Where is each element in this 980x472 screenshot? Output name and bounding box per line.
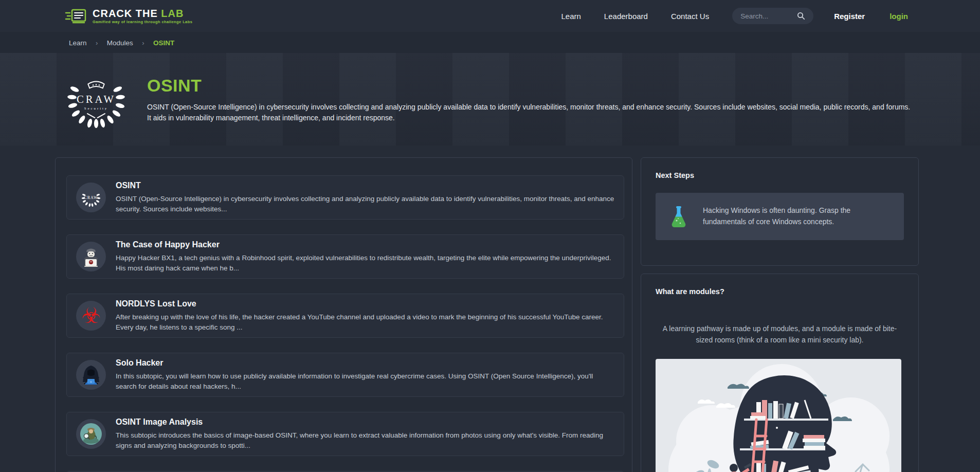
register-button[interactable]: Register [834, 12, 865, 21]
svg-text:Security: Security [84, 106, 108, 110]
module-card-text: OSINT Image Analysis This subtopic intro… [116, 417, 614, 450]
flask-icon [669, 205, 688, 228]
hero-text: OSINT OSINT (Open-Source Intelligence) i… [147, 76, 914, 123]
what-are-modules-panel: What are modules? A learning pathway is … [641, 274, 919, 472]
page-title: OSINT [147, 76, 914, 96]
module-card-text: Solo Hacker In this subtopic, you will l… [116, 358, 614, 391]
next-step-text: Hacking Windows is often daunting. Grasp… [703, 205, 891, 227]
module-title: OSINT [116, 181, 614, 190]
what-are-modules-body: A learning pathway is made up of modules… [656, 323, 904, 346]
breadcrumb-modules[interactable]: Modules [107, 39, 133, 47]
module-hero: CRAW Security OSINT OSINT (Open-Source I… [0, 53, 980, 146]
module-card-image-analysis[interactable]: OSINT Image Analysis This subtopic intro… [66, 412, 624, 456]
module-card-happy-hacker[interactable]: The Case of Happy Hacker Happy Hacker BX… [66, 234, 624, 279]
brand-logo[interactable]: CRACK THE LAB Gamified way of learning t… [65, 7, 192, 25]
search-input[interactable] [740, 12, 797, 20]
breadcrumb-learn[interactable]: Learn [69, 39, 87, 47]
biohazard-icon: ☣ [76, 301, 106, 331]
module-desc: This subtopic introduces the basics of i… [116, 430, 614, 450]
craw-security-badge-icon: CRAW Security [66, 69, 126, 130]
module-desc: In this subtopic, you will learn how to … [116, 371, 614, 391]
nav-link-learn[interactable]: Learn [561, 12, 580, 21]
module-title: The Case of Happy Hacker [116, 240, 614, 249]
nav-link-contact-us[interactable]: Contact Us [671, 12, 709, 21]
brand-tagline: Gamified way of learning through challen… [93, 20, 192, 24]
content-area: CRAW OSINT OSINT (Open-Source Intelligen… [55, 157, 980, 472]
brand-name: CRACK THE [93, 8, 158, 19]
svg-text:CRAW: CRAW [84, 195, 98, 200]
knowledge-head-illustration [656, 359, 901, 472]
nav-link-leaderboard[interactable]: Leaderboard [604, 12, 648, 21]
module-card-solo-hacker[interactable]: Solo Hacker In this subtopic, you will l… [66, 353, 624, 397]
brand-text: CRACK THE LAB Gamified way of learning t… [93, 8, 192, 24]
module-card-text: NORDLYS Lost Love After breaking up with… [116, 299, 614, 332]
masked-hacker-icon [76, 242, 106, 271]
module-desc: OSINT (Open-Source Intelligence) in cybe… [116, 194, 614, 214]
login-button[interactable]: login [890, 12, 908, 21]
next-step-card[interactable]: Hacking Windows is often daunting. Grasp… [656, 193, 904, 240]
what-are-modules-heading: What are modules? [656, 287, 904, 296]
breadcrumb-separator-icon: › [142, 39, 144, 47]
top-navbar: CRACK THE LAB Gamified way of learning t… [0, 0, 980, 32]
module-card-text: The Case of Happy Hacker Happy Hacker BX… [116, 240, 614, 273]
module-card-osint[interactable]: CRAW OSINT OSINT (Open-Source Intelligen… [66, 175, 624, 220]
next-steps-panel: Next Steps Hacking Windows is often daun… [641, 157, 919, 266]
search-icon[interactable] [797, 12, 805, 20]
module-desc: Happy Hacker BX1, a tech genius with a R… [116, 253, 614, 273]
detective-icon [76, 419, 106, 449]
sidebar: Next Steps Hacking Windows is often daun… [641, 157, 919, 472]
brand-name-accent: LAB [161, 8, 184, 19]
breadcrumb-current-osint: OSINT [153, 39, 174, 47]
craw-badge-icon: CRAW [76, 183, 106, 212]
hooded-hacker-icon [76, 360, 106, 390]
search-box[interactable] [732, 8, 813, 24]
module-card-text: OSINT OSINT (Open-Source Intelligence) i… [116, 181, 614, 214]
module-title: OSINT Image Analysis [116, 417, 614, 427]
module-description: OSINT (Open-Source Intelligence) in cybe… [147, 102, 914, 123]
module-card-nordlys[interactable]: ☣ NORDLYS Lost Love After breaking up wi… [66, 294, 624, 338]
lab-notebook-icon [65, 7, 87, 25]
breadcrumb-separator-icon: › [96, 39, 98, 47]
breadcrumb-bar: Learn › Modules › OSINT [0, 32, 980, 53]
module-title: NORDLYS Lost Love [116, 299, 614, 308]
svg-text:CRAW: CRAW [77, 94, 116, 105]
modules-list-panel: CRAW OSINT OSINT (Open-Source Intelligen… [55, 157, 632, 472]
next-steps-heading: Next Steps [656, 171, 904, 179]
module-desc: After breaking up with the love of his l… [116, 312, 614, 332]
breadcrumb: Learn › Modules › OSINT [69, 38, 174, 47]
module-title: Solo Hacker [116, 358, 614, 368]
main-navigation: Learn Leaderboard Contact Us Register lo… [561, 8, 908, 24]
